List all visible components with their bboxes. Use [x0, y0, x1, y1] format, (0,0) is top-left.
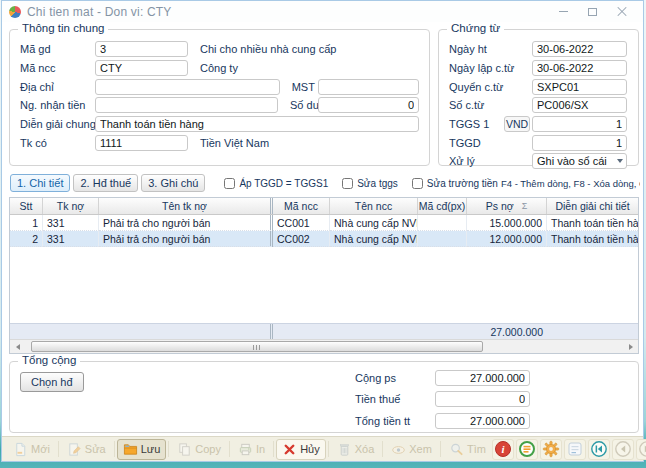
previous-record-button[interactable]: [612, 439, 634, 460]
tab-chi-tiet[interactable]: 1. Chi tiết: [10, 174, 70, 192]
delete-button[interactable]: Xóa: [331, 439, 381, 460]
so-ctu-input[interactable]: [532, 97, 627, 113]
quyen-ctu-label: Quyển c.từ: [449, 81, 532, 93]
totals-group: Tổng cộng Chọn hđ Cộng ps Tiền thuế Tổng…: [9, 361, 639, 433]
column-header-dien-giai[interactable]: Diễn giải chi tiết: [547, 198, 638, 214]
so-ctu-label: Số c.từ: [449, 99, 532, 111]
tong-tien-tt-input[interactable]: [435, 413, 530, 429]
tggs1-label: TGGS 1: [449, 118, 504, 130]
xu-ly-select[interactable]: Ghi vào sổ cái: [532, 153, 627, 169]
column-header-ma-ncc[interactable]: Mã ncc: [273, 198, 330, 214]
scroll-left-button[interactable]: [10, 340, 25, 353]
ma-gd-input[interactable]: [95, 41, 188, 57]
notes-button[interactable]: [516, 439, 538, 460]
scroll-right-button[interactable]: [623, 340, 638, 353]
bottom-toolbar: Mới Sửa Lưu Copy: [2, 436, 643, 461]
column-header-ten-tk-no[interactable]: Tên tk nợ: [99, 198, 273, 214]
print-button[interactable]: In: [232, 439, 271, 460]
minimize-button[interactable]: [549, 3, 578, 21]
checkbox-ap-tggd[interactable]: Áp TGGD = TGGS1: [224, 178, 328, 189]
tk-co-input[interactable]: [95, 135, 188, 151]
ma-gd-label: Mã gd: [20, 43, 95, 55]
mst-label: MST: [292, 81, 318, 93]
ap-tggd-checkbox[interactable]: [224, 178, 235, 189]
view-button[interactable]: Xem: [385, 439, 438, 460]
scrollbar-thumb[interactable]: [31, 341, 483, 352]
cell-stt: 1: [10, 215, 43, 231]
sua-tggs-checkbox[interactable]: [342, 178, 353, 189]
notes-icon: [518, 440, 536, 458]
next-record-button[interactable]: [636, 439, 646, 460]
dia-chi-input[interactable]: [95, 79, 280, 95]
column-header-stt[interactable]: Stt: [10, 198, 43, 214]
ngay-ht-input[interactable]: [532, 41, 627, 57]
cell-ma-ncc: CC002: [273, 231, 330, 247]
cong-ps-input[interactable]: [435, 370, 530, 386]
dien-giai-input[interactable]: [95, 116, 419, 132]
chon-hd-button[interactable]: Chọn hđ: [20, 372, 84, 392]
grid-row-2[interactable]: 2 331 Phải trả cho người bán CC002 Nhà c…: [10, 231, 638, 247]
ngay-lap-input[interactable]: [532, 60, 627, 76]
tggd-label: TGGD: [449, 137, 532, 149]
detail-grid: Stt Tk nợ Tên tk nợ Mã ncc Tên ncc Mã cđ…: [9, 197, 639, 354]
checkbox-sua-tggs[interactable]: Sửa tggs: [342, 178, 398, 189]
copy-button[interactable]: Copy: [171, 439, 227, 460]
save-button[interactable]: Lưu: [117, 439, 167, 460]
info-button[interactable]: i: [492, 439, 514, 460]
checkbox-sua-truong-tien[interactable]: Sửa trường tiền: [412, 178, 498, 189]
minimize-icon: [559, 11, 568, 12]
close-button[interactable]: [607, 3, 636, 21]
cell-tk-no: 331: [43, 231, 99, 247]
maximize-button[interactable]: [578, 3, 607, 21]
copy-button-label: Copy: [195, 443, 221, 455]
sua-truong-tien-checkbox[interactable]: [412, 178, 423, 189]
settings-button[interactable]: [540, 439, 562, 460]
panel-button[interactable]: [564, 439, 586, 460]
mst-input[interactable]: [318, 79, 419, 95]
currency-button[interactable]: VND: [504, 116, 530, 132]
maximize-icon: [588, 8, 597, 16]
tong-tien-tt-label: Tổng tiền tt: [355, 415, 435, 427]
grid-total-row: 27.000.000: [10, 323, 638, 339]
ma-ncc-input[interactable]: [95, 60, 188, 76]
column-header-tk-no[interactable]: Tk nợ: [43, 198, 99, 214]
eye-icon: [391, 442, 406, 457]
dia-chi-label: Địa chỉ: [20, 81, 95, 93]
cell-ma-ncc: CC001: [273, 215, 330, 231]
column-header-ps-no[interactable]: Ps nợ Σ: [467, 198, 547, 214]
cell-tk-no: 331: [43, 215, 99, 231]
cell-ten-tk-no: Phải trả cho người bán: [99, 215, 273, 231]
horizontal-scrollbar[interactable]: [10, 339, 638, 353]
so-du-input[interactable]: [318, 97, 419, 113]
tab-ghi-chu[interactable]: 3. Ghi chú: [141, 174, 205, 192]
grid-total-value: 27.000.000: [467, 324, 547, 339]
column-header-ma-cd[interactable]: Mã cđ(px): [418, 198, 467, 214]
tggd-input[interactable]: [532, 135, 627, 151]
ng-nhan-tien-label: Ng. nhận tiền: [20, 99, 95, 111]
ng-nhan-tien-input[interactable]: [95, 97, 278, 113]
find-button[interactable]: Tìm: [443, 439, 492, 460]
tien-thue-label: Tiền thuế: [355, 393, 435, 405]
copy-icon: [177, 442, 192, 457]
app-icon: [9, 6, 21, 18]
new-button[interactable]: Mới: [7, 439, 56, 460]
edit-button[interactable]: Sửa: [61, 439, 112, 460]
cancel-button[interactable]: Hủy: [276, 439, 326, 460]
first-record-button[interactable]: [588, 439, 610, 460]
toolbar-icon-cluster: i: [492, 439, 646, 460]
tab-hd-thue[interactable]: 2. Hđ thuế: [73, 174, 138, 192]
quyen-ctu-input[interactable]: [532, 79, 627, 95]
gear-icon: [542, 440, 560, 458]
info-icon: i: [494, 440, 512, 458]
chevron-down-icon: [617, 159, 623, 163]
delete-button-label: Xóa: [355, 443, 375, 455]
column-header-ten-ncc[interactable]: Tên ncc: [330, 198, 418, 214]
tien-thue-input[interactable]: [435, 391, 530, 407]
next-record-icon: [638, 440, 646, 458]
previous-record-icon: [614, 440, 632, 458]
arrow-left-icon: [16, 344, 20, 350]
grid-row-1[interactable]: 1 331 Phải trả cho người bán CC001 Nhà c…: [10, 215, 638, 231]
document-legend: Chứng từ: [447, 22, 504, 34]
tggs1-input[interactable]: [532, 116, 627, 132]
panel-icon: [566, 440, 584, 458]
